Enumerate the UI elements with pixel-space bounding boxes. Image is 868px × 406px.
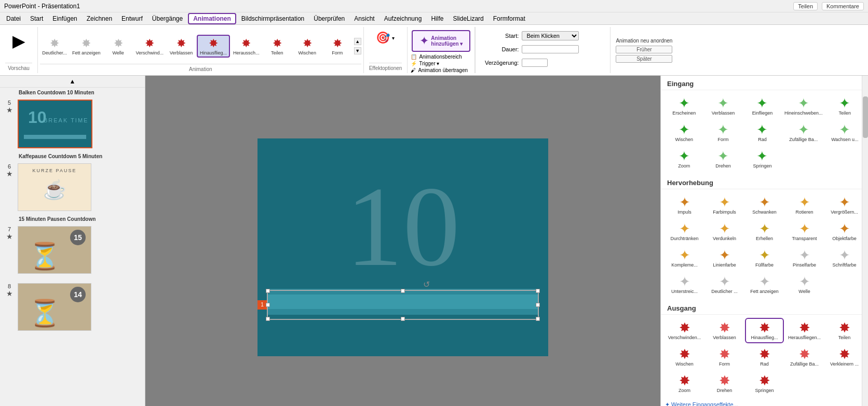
menu-item-hilfe[interactable]: Hilfe: [427, 14, 447, 23]
anim-item-2-0[interactable]: ✸Verschwinden...: [665, 318, 704, 343]
menu-item-datei[interactable]: Datei: [2, 14, 25, 23]
trigger-button[interactable]: ⚡ Trigger ▾: [411, 61, 471, 66]
anim-panel-scrollbar[interactable]: [862, 76, 868, 406]
ribbon-anim-0[interactable]: ✸Deutlicher...: [40, 36, 69, 57]
ribbon-anim-scroll-down[interactable]: ▼: [354, 47, 361, 54]
anim-item-2-10[interactable]: ✸Zoom: [665, 371, 704, 396]
anim-item-1-13[interactable]: ✦Pinselfarbe: [785, 245, 824, 271]
anim-item-0-5[interactable]: ✦Wischen: [665, 120, 703, 145]
anim-item-1-12[interactable]: ✦Füllfarbe: [745, 245, 784, 271]
menu-item-formformat[interactable]: Formformat: [489, 14, 530, 23]
menu-item-uebergaenge[interactable]: Übergänge: [148, 14, 187, 23]
anim-label-0-3: Hineinschweben...: [784, 110, 823, 116]
anim-item-2-5[interactable]: ✸Wischen: [665, 344, 704, 370]
anim-item-1-10[interactable]: ✦Kompleme...: [665, 245, 704, 271]
sel-handle-bm[interactable]: [401, 317, 405, 321]
anim-item-1-6[interactable]: ✦Verdunkeln: [705, 219, 744, 244]
weiteres-eingangseffekte-link[interactable]: ✦ Weitere Eingangseffekte...: [661, 399, 868, 406]
anim-item-1-8[interactable]: ✦Transparent: [785, 219, 824, 244]
anim-item-1-15[interactable]: ✦Unterstreic...: [665, 272, 704, 297]
menu-item-einfuegen[interactable]: Einfügen: [48, 14, 81, 23]
anim-item-2-3[interactable]: ✸Herausfliegen...: [785, 318, 824, 343]
ribbon-anim-8[interactable]: ✸Wischen: [293, 36, 322, 57]
ribbon-anim-5[interactable]: ✸Hinausflieg...: [197, 35, 230, 58]
comment-button[interactable]: Kommentare: [822, 2, 864, 10]
menu-item-bildschirmpraesentationen[interactable]: Bildschirmpräsentation: [237, 14, 308, 23]
anim-item-2-4[interactable]: ✸Teilen: [825, 318, 864, 343]
animationsbereich-button[interactable]: 📋 Animationsbereich: [411, 54, 471, 60]
anim-item-1-5[interactable]: ✦Durchtränken: [665, 219, 704, 244]
anim-item-1-16[interactable]: ✦Deutlicher ...: [705, 272, 744, 297]
anim-item-1-11[interactable]: ✦Linienfarbe: [705, 245, 744, 271]
anim-item-1-1[interactable]: ✦Farbimpuls: [705, 192, 744, 218]
anim-item-0-9[interactable]: ✦Wachsen u...: [826, 120, 864, 145]
anim-star-2-7: ✸: [759, 347, 770, 361]
thumb-text: BREAK TIME: [44, 117, 88, 123]
anim-item-0-6[interactable]: ✦Form: [704, 120, 742, 145]
share-button[interactable]: Teilen: [793, 2, 818, 10]
canvas-big-number: 10: [257, 170, 548, 284]
menu-item-zeichnen[interactable]: Zeichnen: [83, 14, 116, 23]
anim-item-0-8[interactable]: ✦Zufällige Ba...: [782, 120, 825, 145]
ribbon-anim-3[interactable]: ✸Verschwind...: [134, 36, 166, 57]
vorschau-button[interactable]: ▶: [5, 29, 32, 53]
menu-item-ansicht[interactable]: Ansicht: [350, 14, 378, 23]
animation-hinzufuegen-button[interactable]: ✦ Animationhinzufügen ▾: [412, 30, 470, 52]
ribbon-anim-6[interactable]: ✸Heraussch...: [231, 36, 262, 57]
menu-item-slidelizard[interactable]: SlideLizard: [449, 14, 487, 23]
menu-item-aufzeichnung[interactable]: Aufzeichnung: [380, 14, 426, 23]
rearrange-group: Animation neu anordnen Früher Später: [610, 27, 677, 73]
anim-item-0-12[interactable]: ✦Springen: [743, 146, 781, 172]
anim-item-2-2[interactable]: ✸Hinausflieg...: [745, 318, 784, 343]
ribbon-anim-4[interactable]: ✸Verblassen: [167, 36, 196, 57]
anim-item-2-12[interactable]: ✸Springen: [745, 371, 784, 396]
slide-item-5[interactable]: 5★ 10 BREAK TIME: [0, 96, 145, 151]
menu-item-start[interactable]: Start: [26, 14, 47, 23]
anim-item-1-9[interactable]: ✦Objektfarbe: [825, 219, 864, 244]
slide-item-8[interactable]: 8★ 14 ⏳: [0, 280, 145, 334]
anim-item-2-6[interactable]: ✸Form: [705, 344, 744, 370]
ribbon-anim-1[interactable]: ✸Fett anzeigen: [70, 36, 103, 57]
ribbon-anim-scroll-up[interactable]: ▲: [354, 38, 361, 45]
anim-item-1-18[interactable]: ✦Welle: [785, 272, 824, 297]
anim-item-0-1[interactable]: ✦Verblassen: [704, 93, 742, 119]
anim-item-0-11[interactable]: ✦Drehen: [704, 146, 742, 172]
effektoptionen-button[interactable]: 🎯 ▾: [372, 29, 399, 47]
anim-item-0-3[interactable]: ✦Hineinschweben...: [782, 93, 825, 119]
anim-item-1-0[interactable]: ✦Impuls: [665, 192, 704, 218]
anim-item-1-2[interactable]: ✦Schwanken: [745, 192, 784, 218]
anim-item-2-8[interactable]: ✸Zufällige Ba...: [785, 344, 824, 370]
scroll-up-button[interactable]: ▲: [0, 76, 145, 88]
ribbon-anim-2[interactable]: ✸Welle: [104, 36, 133, 57]
anim-item-2-11[interactable]: ✸Drehen: [705, 371, 744, 396]
anim-item-0-10[interactable]: ✦Zoom: [665, 146, 703, 172]
anim-item-0-2[interactable]: ✦Einfliegen: [743, 93, 781, 119]
menu-item-animationen[interactable]: Animationen: [188, 13, 236, 24]
frueher-button[interactable]: Früher: [616, 46, 672, 53]
menu-item-entwurf[interactable]: Entwurf: [117, 14, 147, 23]
anim-item-1-7[interactable]: ✦Erhellen: [745, 219, 784, 244]
vorschau-label: Vorschau: [5, 63, 32, 71]
slide-item-6[interactable]: 6★ KURZE PAUSE ☕: [0, 160, 145, 214]
ribbon-anim-7[interactable]: ✸Teilen: [263, 36, 292, 57]
anim-item-2-1[interactable]: ✸Verblassen: [705, 318, 744, 343]
animation-uebertragen-button[interactable]: 🖌 Animation übertragen: [411, 67, 471, 73]
sel-handle-bl[interactable]: [266, 317, 270, 321]
anim-item-1-4[interactable]: ✦Vergrößern...: [825, 192, 864, 218]
dauer-input[interactable]: Auto: [522, 45, 579, 53]
verzoegerung-input[interactable]: 00.00: [522, 59, 548, 67]
anim-item-0-7[interactable]: ✦Rad: [743, 120, 781, 145]
start-select[interactable]: Beim Klicken Mit Vorherigem Nach Vorheri…: [522, 31, 579, 40]
anim-item-0-4[interactable]: ✦Teilen: [826, 93, 864, 119]
anim-item-2-7[interactable]: ✸Rad: [745, 344, 784, 370]
menu-item-ueberpruefen[interactable]: Überprüfen: [309, 14, 349, 23]
anim-item-1-17[interactable]: ✦Fett anzeigen: [745, 272, 784, 297]
sel-handle-br[interactable]: [536, 317, 540, 321]
anim-item-1-3[interactable]: ✦Rotieren: [785, 192, 824, 218]
spaeter-button[interactable]: Später: [616, 55, 672, 63]
anim-item-2-9[interactable]: ✸Verkleinern ...: [825, 344, 864, 370]
anim-item-0-0[interactable]: ✦Erscheinen: [665, 93, 703, 119]
ribbon-anim-9[interactable]: ✸Form: [323, 36, 352, 57]
slide-item-7[interactable]: 7★ 15 ⏳: [0, 223, 145, 277]
anim-item-1-14[interactable]: ✦Schriftfarbe: [825, 245, 864, 271]
